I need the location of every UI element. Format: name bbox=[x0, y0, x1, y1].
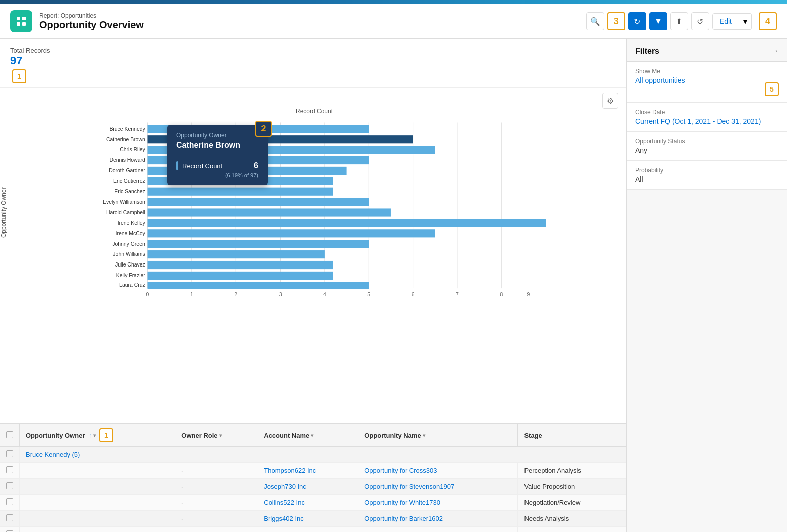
chart-inner: Record Count bbox=[12, 108, 616, 318]
row2-stage: Value Proposition bbox=[518, 479, 626, 495]
table-col-account: Account Name ▾ bbox=[257, 424, 358, 447]
bar-john-williams[interactable] bbox=[148, 250, 325, 258]
sort-icon[interactable]: ↑ bbox=[88, 432, 92, 439]
bar-evelyn-williamson[interactable] bbox=[148, 198, 369, 206]
close-date-filter[interactable]: Close Date Current FQ (Oct 1, 2021 - Dec… bbox=[627, 103, 787, 132]
svg-text:John Williams: John Williams bbox=[113, 251, 145, 257]
data-table: Opportunity Owner ↑ ▾ 1 Owner Role ▾ bbox=[0, 424, 626, 532]
bar-irene-mccoy[interactable] bbox=[148, 229, 435, 237]
row1-checkbox[interactable] bbox=[6, 466, 13, 473]
row3-opportunity: Opportunity for White1730 bbox=[358, 495, 518, 511]
bruce-kennedy-group-link[interactable]: Bruce Kennedy (5) bbox=[26, 451, 80, 458]
numbered-box-4: 4 bbox=[759, 12, 777, 30]
row2-opportunity-link[interactable]: Opportunity for Stevenson1907 bbox=[364, 483, 454, 490]
tooltip-color-indicator bbox=[176, 161, 178, 170]
row4-role: - bbox=[175, 511, 257, 527]
filters-title: Filters bbox=[635, 47, 659, 56]
select-all-checkbox[interactable] bbox=[6, 431, 13, 438]
y-axis-label: Opportunity Owner bbox=[0, 108, 10, 318]
bar-harold-campbell[interactable] bbox=[148, 208, 391, 216]
row3-checkbox[interactable] bbox=[6, 498, 13, 505]
role-filter-icon[interactable]: ▾ bbox=[219, 433, 222, 438]
row3-role: - bbox=[175, 495, 257, 511]
edit-dropdown-button[interactable]: ▾ bbox=[739, 13, 752, 30]
share-button[interactable]: ⬆ bbox=[670, 12, 688, 30]
tooltip-record-value: 6 bbox=[254, 161, 258, 170]
chart-settings-button[interactable]: ⚙ bbox=[602, 93, 618, 109]
opportunity-status-filter[interactable]: Opportunity Status Any bbox=[627, 132, 787, 161]
row3-stage: Negotiation/Review bbox=[518, 495, 626, 511]
account-filter-icon[interactable]: ▾ bbox=[311, 433, 313, 438]
svg-text:7: 7 bbox=[456, 292, 459, 297]
svg-text:0: 0 bbox=[146, 292, 149, 297]
numbered-box-2: 2 bbox=[255, 121, 272, 137]
svg-rect-1 bbox=[22, 17, 26, 20]
edit-button[interactable]: Edit bbox=[712, 13, 739, 30]
opportunity-status-value: Any bbox=[635, 146, 779, 154]
svg-text:5: 5 bbox=[367, 292, 370, 297]
svg-text:Johnny Green: Johnny Green bbox=[112, 241, 145, 247]
row1-account-link[interactable]: Thompson622 Inc bbox=[264, 467, 316, 474]
table-col-opportunity: Opportunity Name ▾ bbox=[358, 424, 518, 447]
main-layout: Total Records 97 1 ⚙ Opportunity Owner R… bbox=[0, 39, 787, 532]
owner-filter-icon[interactable]: ▾ bbox=[93, 433, 96, 438]
row4-account: Briggs402 Inc bbox=[257, 511, 358, 527]
row2-checkbox[interactable] bbox=[6, 482, 13, 489]
svg-text:4: 4 bbox=[323, 292, 326, 297]
row4-opportunity: Opportunity for Barker1602 bbox=[358, 511, 518, 527]
row5-stage: Qualification bbox=[518, 527, 626, 533]
svg-text:Dennis Howard: Dennis Howard bbox=[109, 157, 145, 163]
tooltip-data-row: Record Count 6 bbox=[176, 161, 258, 170]
svg-text:Eric Sanchez: Eric Sanchez bbox=[114, 189, 145, 194]
left-panel: Total Records 97 1 ⚙ Opportunity Owner R… bbox=[0, 39, 627, 532]
row5-owner bbox=[20, 527, 175, 533]
refresh-chart-button[interactable]: ↻ bbox=[628, 12, 646, 30]
svg-text:1: 1 bbox=[190, 292, 193, 297]
svg-rect-3 bbox=[22, 22, 26, 26]
bar-irene-kelley[interactable] bbox=[148, 219, 546, 227]
group-checkbox[interactable] bbox=[6, 450, 13, 457]
probability-filter[interactable]: Probability All bbox=[627, 161, 787, 190]
opportunity-filter-icon[interactable]: ▾ bbox=[423, 433, 425, 438]
svg-text:Chris Riley: Chris Riley bbox=[120, 147, 145, 152]
row3-opportunity-link[interactable]: Opportunity for White1730 bbox=[364, 499, 440, 506]
bar-johnny-green[interactable] bbox=[148, 240, 369, 248]
table-col-owner: Opportunity Owner ↑ ▾ 1 bbox=[20, 424, 175, 447]
row4-opportunity-link[interactable]: Opportunity for Barker1602 bbox=[364, 515, 443, 522]
search-button[interactable]: 🔍 bbox=[586, 12, 604, 30]
row2-account-link[interactable]: Joseph730 Inc bbox=[264, 483, 306, 490]
reload-button[interactable]: ↺ bbox=[691, 12, 709, 30]
probability-value: All bbox=[635, 175, 779, 183]
filter-button[interactable]: ▼ bbox=[649, 12, 667, 30]
probability-label: Probability bbox=[635, 167, 779, 174]
row4-account-link[interactable]: Briggs402 Inc bbox=[264, 515, 304, 522]
table-row: - Briggs402 Inc Opportunity for Barker16… bbox=[0, 511, 626, 527]
row2-owner bbox=[20, 479, 175, 495]
svg-text:Doroth Gardner: Doroth Gardner bbox=[109, 168, 145, 173]
filters-arrow-button[interactable]: → bbox=[770, 46, 779, 56]
row1-opportunity: Opportunity for Cross303 bbox=[358, 463, 518, 479]
row4-checkbox[interactable] bbox=[6, 514, 13, 521]
show-me-filter[interactable]: Show Me All opportunities 5 bbox=[627, 62, 787, 103]
opportunity-name-label: Opportunity Name bbox=[364, 432, 421, 439]
numbered-box-1: 1 bbox=[12, 69, 26, 83]
row1-role: - bbox=[175, 463, 257, 479]
total-records-value: 97 bbox=[10, 54, 616, 67]
bar-laura-cruz[interactable] bbox=[148, 282, 369, 289]
row3-owner bbox=[20, 495, 175, 511]
row1-stage: Perception Analysis bbox=[518, 463, 626, 479]
bar-julie-chavez[interactable] bbox=[148, 261, 334, 269]
row2-check bbox=[0, 479, 20, 495]
row1-opportunity-link[interactable]: Opportunity for Cross303 bbox=[364, 467, 437, 474]
row3-account-link[interactable]: Collins522 Inc bbox=[264, 499, 305, 506]
row2-account: Joseph730 Inc bbox=[257, 479, 358, 495]
opportunity-status-label: Opportunity Status bbox=[635, 138, 779, 145]
svg-text:2: 2 bbox=[234, 292, 237, 297]
bar-kelly-frazier[interactable] bbox=[148, 272, 334, 280]
owner-col-header: Opportunity Owner ↑ ▾ 1 bbox=[26, 428, 113, 442]
bar-eric-sanchez[interactable] bbox=[148, 188, 334, 196]
close-date-label: Close Date bbox=[635, 109, 779, 116]
svg-text:Evelyn Williamson: Evelyn Williamson bbox=[103, 199, 145, 205]
chart-body: 0 1 2 3 4 5 6 7 8 9 bbox=[12, 118, 616, 318]
svg-text:3: 3 bbox=[279, 292, 282, 297]
